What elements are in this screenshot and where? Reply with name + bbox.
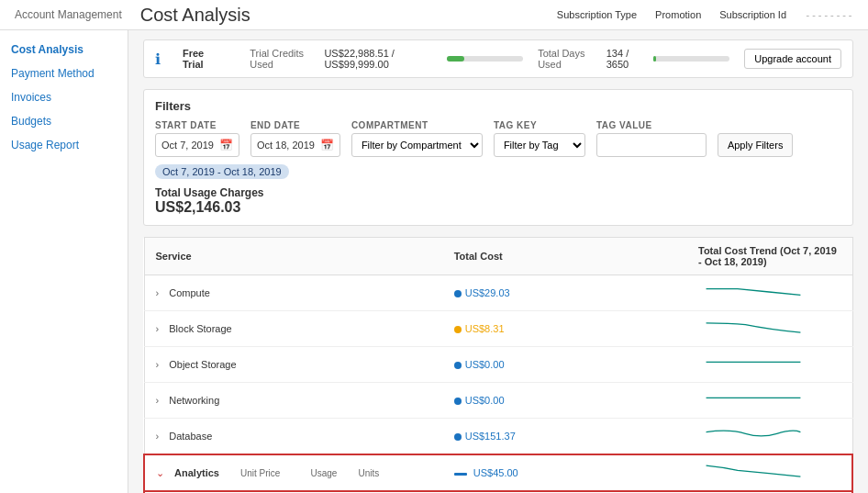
table-row: › Database US$151.37 <box>144 419 852 455</box>
sidebar-item-invoices[interactable]: Invoices <box>0 85 128 109</box>
trial-type-label: Free Trial <box>183 48 220 70</box>
sidebar-item-payment-method[interactable]: Payment Method <box>0 62 128 85</box>
usage-col-label: Usage <box>310 468 337 478</box>
cost-cell: US$0.00 <box>443 383 687 419</box>
analytics-trend-cell <box>687 454 852 491</box>
col-trend: Total Cost Trend (Oct 7, 2019 - Oct 18, … <box>687 238 852 275</box>
cost-cell: US$0.00 <box>443 347 687 383</box>
credits-progress-fill <box>447 56 464 62</box>
brand: Account Management <box>15 8 122 21</box>
total-charges: Total Usage Charges US$2,146.03 <box>155 186 841 216</box>
table-row: › Object Storage US$0.00 <box>144 347 852 383</box>
compartment-label: COMPARTMENT <box>351 120 483 130</box>
filters-box: Filters START DATE Oct 7, 2019 📅 END DAT… <box>143 89 853 226</box>
trial-banner: ℹ Free Trial Trial Credits Used US$22,98… <box>143 39 853 78</box>
service-name: Networking <box>169 395 219 406</box>
sidebar-item-cost-analysis[interactable]: Cost Analysis <box>0 38 128 62</box>
apply-filters-button[interactable]: Apply Filters <box>718 133 794 157</box>
app-container: Account Management Cost Analysis Subscri… <box>0 0 868 493</box>
days-value: 134 / 3650 <box>606 48 646 70</box>
trial-days-section: Total Days Used 134 / 3650 <box>538 48 729 70</box>
service-name: Database <box>169 431 212 442</box>
sidebar-item-budgets[interactable]: Budgets <box>0 109 128 133</box>
expand-icon[interactable]: › <box>156 323 160 334</box>
header-meta: Subscription Type Promotion Subscription… <box>557 9 853 21</box>
cost-cell: US$8.31 <box>443 311 687 347</box>
subscription-id-label: Subscription Id <box>719 9 786 21</box>
table-row: › Block Storage US$8.31 <box>144 311 852 347</box>
tag-key-group: TAG KEY Filter by Tag <box>494 120 585 157</box>
days-progress-fill <box>653 56 656 62</box>
cost-value[interactable]: US$29.03 <box>465 287 510 298</box>
tag-key-select[interactable]: Filter by Tag <box>494 133 585 157</box>
cost-cell: US$29.03 <box>443 275 687 311</box>
start-date-input[interactable]: Oct 7, 2019 📅 <box>155 133 239 157</box>
tag-value-field[interactable] <box>603 140 667 151</box>
credits-progress-bar <box>447 56 524 62</box>
compartment-select[interactable]: Filter by Compartment <box>351 133 483 157</box>
cost-value[interactable]: US$8.31 <box>465 323 505 334</box>
expand-icon[interactable]: › <box>156 395 160 406</box>
analytics-service-cell: ⌄ Analytics Unit Price Usage Units <box>144 454 443 491</box>
end-date-label: END DATE <box>250 120 340 130</box>
service-cell: › Block Storage <box>144 311 443 347</box>
credits-value: US$22,988.51 / US$99,999.00 <box>324 48 439 70</box>
upgrade-account-button[interactable]: Upgrade account <box>744 49 841 69</box>
cost-table: Service Total Cost Total Cost Trend (Oct… <box>143 237 853 493</box>
analytics-expand-icon[interactable]: ⌄ <box>156 467 164 478</box>
trend-cell <box>687 275 852 311</box>
unit-price-col-label: Unit Price <box>240 468 280 478</box>
start-date-label: START DATE <box>155 120 239 130</box>
end-date-input[interactable]: Oct 18, 2019 📅 <box>250 133 340 157</box>
table-row: › Compute US$29.03 <box>144 275 852 311</box>
service-name: Block Storage <box>169 323 231 334</box>
days-progress-bar <box>653 56 729 62</box>
sidebar-item-usage-report[interactable]: Usage Report <box>0 133 128 157</box>
service-cell: › Compute <box>144 275 443 311</box>
trend-cell <box>687 383 852 419</box>
start-date-calendar-icon[interactable]: 📅 <box>219 139 233 151</box>
page-title: Cost Analysis <box>140 5 557 26</box>
service-cell: › Networking <box>144 383 443 419</box>
service-name: Compute <box>169 287 210 298</box>
header: Account Management Cost Analysis Subscri… <box>0 0 868 30</box>
cost-value[interactable]: US$151.37 <box>465 431 516 442</box>
end-date-calendar-icon[interactable]: 📅 <box>320 139 334 151</box>
start-date-group: START DATE Oct 7, 2019 📅 <box>155 120 239 157</box>
expand-icon[interactable]: › <box>156 359 160 370</box>
sidebar: Cost Analysis Payment Method Invoices Bu… <box>0 30 128 493</box>
service-cell: › Object Storage <box>144 347 443 383</box>
col-cost: Total Cost <box>443 238 687 275</box>
expand-icon[interactable]: › <box>156 431 160 442</box>
tag-value-input[interactable] <box>596 133 707 157</box>
filters-title: Filters <box>155 99 841 113</box>
subscription-type-label: Subscription Type <box>557 9 637 21</box>
filters-row: START DATE Oct 7, 2019 📅 END DATE Oct 18… <box>155 120 841 157</box>
cost-value[interactable]: US$0.00 <box>465 359 505 370</box>
units-col-label: Units <box>358 468 379 478</box>
trend-cell <box>687 347 852 383</box>
expand-icon[interactable]: › <box>156 287 160 298</box>
start-date-value: Oct 7, 2019 <box>161 140 214 151</box>
tag-value-label: TAG VALUE <box>596 120 707 130</box>
trend-cell <box>687 419 852 455</box>
subscription-type-value: Promotion <box>655 9 701 21</box>
tag-key-label: TAG KEY <box>494 120 585 130</box>
total-charges-label: Total Usage Charges <box>155 186 841 199</box>
analytics-service-name: Analytics <box>174 467 219 478</box>
end-date-value: Oct 18, 2019 <box>257 140 315 151</box>
credits-label: Trial Credits Used <box>250 48 317 70</box>
days-label: Total Days Used <box>538 48 599 70</box>
subscription-id-value: -------- <box>805 9 853 21</box>
total-charges-amount: US$2,146.03 <box>155 199 841 216</box>
active-date-range: Oct 7, 2019 - Oct 18, 2019 <box>155 164 289 179</box>
cost-value[interactable]: US$0.00 <box>465 395 505 406</box>
main-layout: Cost Analysis Payment Method Invoices Bu… <box>0 30 868 493</box>
service-cell: › Database <box>144 419 443 455</box>
content: ℹ Free Trial Trial Credits Used US$22,98… <box>128 30 868 493</box>
compartment-group: COMPARTMENT Filter by Compartment <box>351 120 483 157</box>
info-icon: ℹ <box>155 50 161 68</box>
analytics-cost-value[interactable]: US$45.00 <box>473 467 518 478</box>
col-service: Service <box>144 238 443 275</box>
trend-cell <box>687 311 852 347</box>
